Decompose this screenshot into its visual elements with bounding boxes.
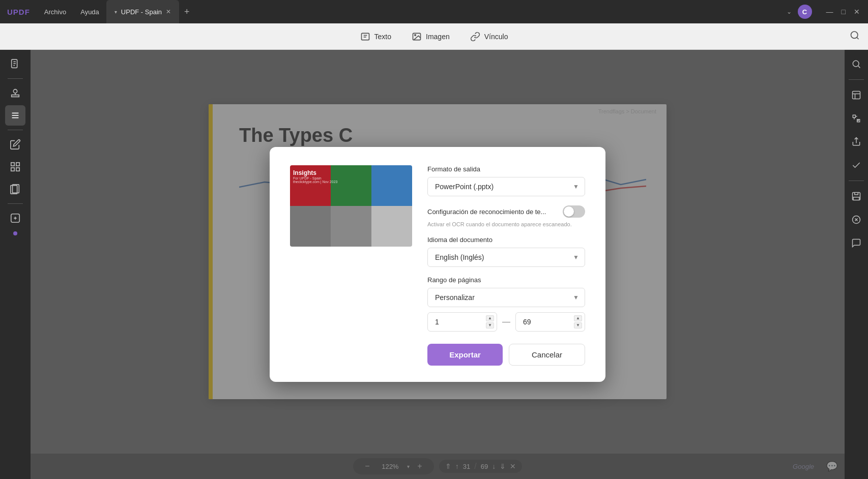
ocr-toggle[interactable] (563, 205, 585, 218)
modal-actions: Exportar Cancelar (427, 344, 585, 366)
svg-point-11 (13, 89, 17, 93)
sidebar-icon-list[interactable] (5, 105, 25, 126)
toolbar-imagen-label: Imagen (426, 33, 450, 41)
range-from-down[interactable]: ▼ (486, 322, 494, 328)
cancel-button[interactable]: Cancelar (509, 344, 585, 366)
format-group: Formato de salida PowerPoint (.pptx) Wor… (427, 165, 585, 196)
ocr-icon (851, 90, 861, 100)
preview-cell-green (331, 165, 371, 206)
tab-updf-spain[interactable]: ▾ UPDF - Spain ✕ (106, 0, 179, 23)
range-from-spinner: ▲ ▼ (485, 312, 495, 332)
new-tab-button[interactable]: + (179, 7, 195, 17)
stamp-icon (10, 87, 21, 99)
right-sidebar-divider-2 (849, 181, 864, 181)
sidebar-icon-edit[interactable] (5, 134, 25, 155)
pages-icon (10, 184, 21, 195)
minimize-button[interactable]: — (826, 8, 833, 16)
range-from-up[interactable]: ▲ (486, 315, 494, 321)
svg-point-4 (415, 34, 416, 36)
search-toolbar-button[interactable] (850, 30, 860, 43)
sidebar-icon-stamp[interactable] (5, 83, 25, 103)
tab-bar: ▾ UPDF - Spain ✕ + (106, 0, 780, 23)
toolbar-vinculo-label: Vínculo (484, 33, 508, 41)
tabs-chevron-icon[interactable]: ⌄ (787, 8, 792, 15)
chat-icon (851, 238, 861, 248)
window-controls: — □ ✕ (818, 8, 868, 16)
check-icon (851, 160, 861, 170)
ocr-toggle-knob (564, 206, 574, 217)
text-icon (360, 32, 370, 42)
svg-line-26 (858, 66, 860, 68)
range-label: Rango de páginas (427, 276, 585, 284)
right-sidebar-save[interactable] (846, 186, 866, 206)
convert-icon (851, 113, 861, 124)
range-from-wrapper: ▲ ▼ (427, 312, 497, 332)
sticker-icon (10, 213, 21, 224)
sidebar-icon-pages[interactable] (5, 179, 25, 199)
app-logo: UPDF (0, 0, 37, 23)
search-icon (850, 30, 860, 40)
main-layout: Trendflags > Document The Types C Sustai… (0, 50, 868, 479)
right-sidebar-share[interactable] (846, 132, 866, 152)
toolbar-vinculo[interactable]: Vínculo (470, 32, 508, 42)
tab-pin: ▾ (114, 9, 117, 15)
right-sidebar-ai[interactable] (846, 209, 866, 230)
right-sidebar-divider-1 (849, 79, 864, 80)
right-sidebar-ocr[interactable] (846, 85, 866, 105)
modal-form: Formato de salida PowerPoint (.pptx) Wor… (427, 165, 585, 365)
insights-title-overlay: Insights (293, 169, 316, 176)
preview-bottom-row (290, 206, 412, 247)
toolbar-texto[interactable]: Texto (360, 32, 391, 42)
maximize-button[interactable]: □ (842, 8, 846, 16)
svg-line-6 (857, 37, 859, 39)
svg-point-25 (853, 61, 859, 67)
sidebar-icon-document[interactable] (5, 54, 25, 74)
language-select[interactable]: English (Inglés) Español Français Deutsc… (427, 248, 585, 267)
format-select-wrapper: PowerPoint (.pptx) Word (.docx) Excel (.… (427, 177, 585, 196)
range-group: Rango de páginas Personalizar Todo Págin… (427, 276, 585, 332)
tab-label: UPDF - Spain (121, 8, 162, 16)
range-select[interactable]: Personalizar Todo Página actual (427, 288, 585, 307)
modal-preview: Insights For UPDF - Spaintheclicktype.co… (290, 165, 412, 365)
range-inputs: ▲ ▼ — ▲ ▼ (427, 312, 585, 332)
range-select-wrapper: Personalizar Todo Página actual ▼ (427, 288, 585, 307)
link-icon (470, 32, 480, 42)
format-select[interactable]: PowerPoint (.pptx) Word (.docx) Excel (.… (427, 177, 585, 196)
range-to-up[interactable]: ▲ (574, 315, 582, 321)
sidebar-icon-sticker[interactable] (5, 208, 25, 228)
edit-icon (10, 139, 21, 150)
search-right-icon (851, 59, 861, 69)
sidebar-divider-1 (8, 78, 23, 79)
toolbar-texto-label: Texto (374, 33, 391, 41)
close-button[interactable]: ✕ (854, 8, 860, 16)
range-to-down[interactable]: ▼ (574, 322, 582, 328)
ocr-label: Configuración de reconocimiento de te... (427, 208, 558, 216)
right-sidebar-chat[interactable] (846, 233, 866, 253)
language-label: Idioma del documento (427, 236, 585, 244)
layout-icon (10, 161, 21, 172)
svg-rect-19 (16, 168, 19, 171)
right-sidebar-check[interactable] (846, 155, 866, 175)
sidebar-icon-layout[interactable] (5, 157, 25, 177)
ocr-hint: Activar el OCR cuando el documento apare… (427, 221, 585, 228)
image-icon (412, 32, 422, 42)
right-sidebar-search[interactable] (846, 54, 866, 74)
sidebar-dot (13, 231, 17, 235)
export-modal: Insights For UPDF - Spaintheclicktype.co… (270, 147, 605, 381)
range-dash: — (502, 317, 510, 326)
toolbar: Texto Imagen Vínculo (0, 23, 868, 50)
preview-bottom-cell-1 (290, 206, 331, 247)
tab-close-button[interactable]: ✕ (166, 8, 171, 15)
right-sidebar-convert[interactable] (846, 108, 866, 129)
insights-preview-image: Insights For UPDF - Spaintheclicktype.co… (290, 165, 412, 247)
svg-rect-17 (16, 163, 19, 166)
modal-backdrop: Insights For UPDF - Spaintheclicktype.co… (31, 50, 845, 479)
left-sidebar (0, 50, 31, 479)
toolbar-imagen[interactable]: Imagen (412, 32, 450, 42)
preview-bottom-cell-2 (331, 206, 371, 247)
export-button[interactable]: Exportar (427, 344, 503, 366)
svg-rect-18 (11, 168, 14, 171)
menu-archivo[interactable]: Archivo (37, 0, 73, 23)
menu-ayuda[interactable]: Ayuda (73, 0, 106, 23)
avatar[interactable]: C (798, 5, 812, 19)
